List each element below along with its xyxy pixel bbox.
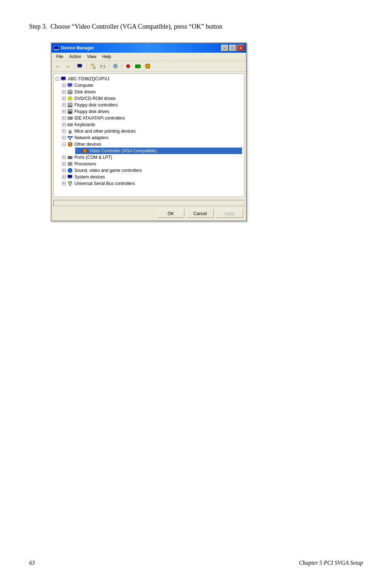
other-expand[interactable]: − bbox=[62, 142, 66, 146]
properties-icon bbox=[90, 63, 96, 69]
disk-device-icon bbox=[67, 89, 73, 95]
dvd-label: DVD/CD-ROM drives bbox=[74, 96, 115, 101]
tree-item-dvd[interactable]: + DVD/CD-ROM drives bbox=[62, 95, 242, 102]
svg-text:i: i bbox=[147, 64, 148, 68]
usb-icon-svg bbox=[67, 181, 73, 186]
menu-file[interactable]: File bbox=[53, 53, 66, 60]
network-icon-svg bbox=[67, 135, 73, 141]
floppy-drv-expand[interactable]: + bbox=[62, 110, 66, 113]
dm-icon bbox=[53, 45, 59, 51]
ports-icon bbox=[67, 154, 73, 160]
page-number: 63 bbox=[29, 560, 35, 566]
mice-expand[interactable]: + bbox=[62, 129, 66, 133]
svg-rect-69 bbox=[70, 137, 70, 138]
keyboard-expand[interactable]: + bbox=[62, 123, 66, 126]
network-expand[interactable]: + bbox=[62, 136, 66, 140]
apply-button[interactable]: Apply bbox=[216, 209, 243, 218]
menu-action[interactable]: Action bbox=[66, 53, 84, 60]
svg-rect-95 bbox=[69, 178, 70, 178]
tree-item-disk[interactable]: + Disk drives bbox=[62, 89, 242, 95]
tree-item-ide[interactable]: + IDE ATA/ATAPI controllers bbox=[62, 115, 242, 121]
usb-expand[interactable]: + bbox=[62, 182, 66, 185]
svg-rect-103 bbox=[69, 185, 71, 186]
scan-button[interactable] bbox=[111, 62, 120, 70]
tree-item-system[interactable]: + System devices bbox=[62, 174, 242, 180]
close-button[interactable]: × bbox=[237, 45, 244, 51]
svg-rect-68 bbox=[68, 137, 69, 138]
statusbar bbox=[53, 199, 244, 206]
ide-expand[interactable]: + bbox=[62, 116, 66, 120]
tree-item-processors[interactable]: + Processors bbox=[62, 161, 242, 167]
toolbar-icon-1-svg: ! bbox=[125, 63, 131, 69]
svg-rect-66 bbox=[69, 136, 71, 137]
processors-expand[interactable]: + bbox=[62, 162, 66, 166]
titlebar: Device Manager − □ × bbox=[52, 43, 246, 53]
tree-item-mice[interactable]: + Mice and other pointing devices bbox=[62, 128, 242, 134]
tree-item-network[interactable]: + Netwo bbox=[62, 134, 242, 141]
svg-rect-3 bbox=[55, 50, 58, 51]
step-description: Choose “Video Controller (VGA Compatible… bbox=[50, 23, 222, 30]
menu-help[interactable]: Help bbox=[99, 53, 114, 60]
other-children: └─ ! Video Controller (VGA Compatible) bbox=[75, 148, 242, 154]
floppy-ctrl-label: Floppy disk controllers bbox=[74, 102, 118, 108]
toolbar-icon-2[interactable] bbox=[134, 62, 142, 70]
svg-rect-15 bbox=[101, 64, 104, 65]
tree-item-ports[interactable]: + Ports (COM & LPT) bbox=[62, 154, 242, 161]
svg-text:!: ! bbox=[84, 149, 85, 153]
svg-rect-55 bbox=[69, 124, 70, 124]
print-icon bbox=[100, 63, 106, 69]
window-title: Device Manager bbox=[61, 45, 94, 51]
sound-expand[interactable]: + bbox=[62, 169, 66, 172]
svg-rect-42 bbox=[68, 103, 72, 105]
ports-expand[interactable]: + bbox=[62, 156, 66, 159]
mice-icon-svg bbox=[67, 128, 73, 134]
disk-expand[interactable]: + bbox=[62, 90, 66, 94]
svg-rect-34 bbox=[69, 87, 71, 87]
svg-rect-11 bbox=[91, 66, 93, 66]
device-manager-window: Device Manager − □ × File Action View He… bbox=[51, 43, 247, 221]
back-button[interactable]: ← bbox=[53, 62, 62, 70]
forward-button[interactable]: → bbox=[63, 62, 72, 70]
print-button[interactable] bbox=[98, 62, 107, 70]
dvd-icon bbox=[67, 96, 73, 101]
other-icon: ? bbox=[67, 141, 73, 147]
maximize-button[interactable]: □ bbox=[229, 45, 236, 51]
minimize-button[interactable]: − bbox=[221, 45, 228, 51]
cancel-button[interactable]: Cancel bbox=[187, 209, 214, 218]
tree-item-usb[interactable]: + Universal Serial Bus controllers bbox=[62, 180, 242, 187]
toolbar-icon-3[interactable]: i bbox=[143, 62, 152, 70]
sound-icon bbox=[67, 168, 73, 173]
floppy-drv-icon-svg bbox=[67, 109, 73, 114]
svg-rect-9 bbox=[91, 64, 94, 65]
tree-root-item[interactable]: − ABC-TG96ZQCVPVJ bbox=[56, 76, 242, 82]
toolbar-icon-1[interactable]: ! bbox=[124, 62, 132, 70]
tree-item-video-controller[interactable]: └─ ! Video Controller (VGA Compatible) bbox=[75, 148, 242, 154]
floppy-ctrl-expand[interactable]: + bbox=[62, 103, 66, 107]
computer-icon bbox=[67, 82, 73, 88]
processors-icon-svg bbox=[67, 161, 73, 167]
dvd-expand[interactable]: + bbox=[62, 97, 66, 100]
tree-item-floppy-drv[interactable]: + Floppy disk drives bbox=[62, 108, 242, 115]
tree-item-computer[interactable]: + Computer bbox=[62, 82, 242, 89]
video-controller-icon-svg: ! bbox=[82, 148, 88, 154]
root-label: ABC-TG96ZQCVPVJ bbox=[68, 76, 109, 81]
computer-view-button[interactable] bbox=[76, 62, 85, 70]
properties-button[interactable] bbox=[89, 62, 97, 70]
svg-rect-61 bbox=[69, 125, 71, 126]
system-expand[interactable]: + bbox=[62, 175, 66, 179]
computer-expand[interactable]: + bbox=[62, 84, 66, 87]
tree-item-other[interactable]: − ? Other devices bbox=[62, 141, 242, 148]
svg-rect-17 bbox=[104, 66, 105, 66]
toolbar: ← → bbox=[52, 61, 246, 72]
tree-item-floppy-ctrl[interactable]: + Floppy disk controllers bbox=[62, 102, 242, 108]
device-tree[interactable]: − ABC-TG96ZQCVPVJ + bbox=[53, 73, 244, 197]
tree-item-keyboard[interactable]: + Keybo bbox=[62, 121, 242, 128]
ide-icon-svg bbox=[67, 115, 73, 121]
menu-view[interactable]: View bbox=[84, 53, 99, 60]
ok-button[interactable]: OK bbox=[157, 209, 184, 218]
root-expand[interactable]: − bbox=[56, 77, 59, 81]
svg-point-79 bbox=[69, 157, 69, 158]
tree-item-sound[interactable]: + Sound, video and game controllers bbox=[62, 167, 242, 174]
other-label: Other devices bbox=[74, 142, 101, 147]
svg-rect-83 bbox=[69, 163, 71, 165]
